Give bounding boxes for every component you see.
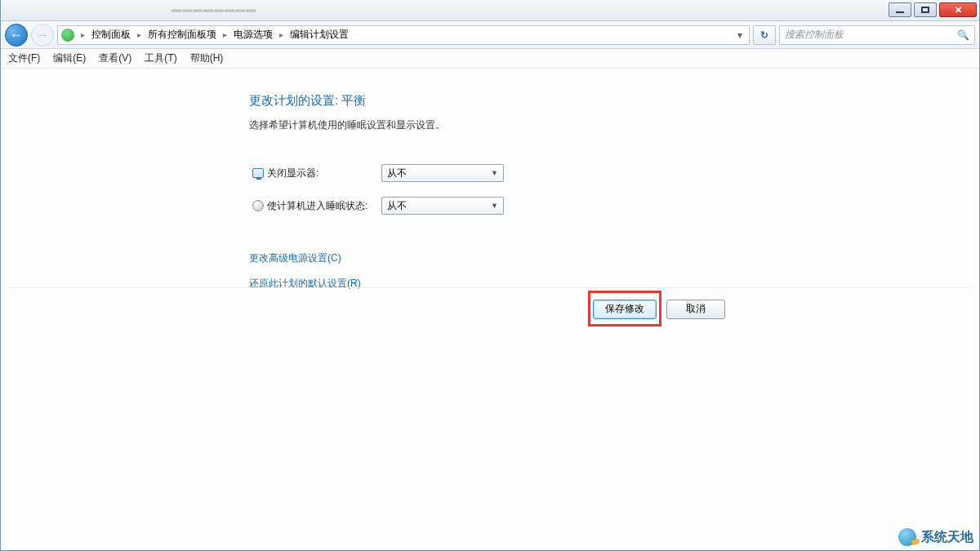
watermark-icon <box>898 528 916 546</box>
menubar: 文件(F) 编辑(E) 查看(V) 工具(T) 帮助(H) <box>0 49 980 69</box>
titlebar: ▬▬▬▬▬▬▬▬ ✕ <box>0 0 980 21</box>
monitor-icon <box>249 168 267 178</box>
search-placeholder: 搜索控制面板 <box>785 28 844 42</box>
chevron-down-icon: ▼ <box>491 169 498 177</box>
watermark: 系统天地 <box>898 528 973 546</box>
dropdown-turn-off-display[interactable]: 从不 ▼ <box>381 164 504 182</box>
chevron-right-icon: ▸ <box>278 30 285 39</box>
minimize-icon <box>896 11 904 13</box>
dropdown-value: 从不 <box>387 167 407 180</box>
breadcrumb-item[interactable]: 所有控制面板项 <box>148 28 216 42</box>
label-sleep: 使计算机进入睡眠状态: <box>267 199 381 213</box>
moon-icon <box>249 200 267 211</box>
navbar: ← → ▸ 控制面板 ▸ 所有控制面板项 ▸ 电源选项 ▸ 编辑计划设置 ▾ ↻… <box>0 21 980 49</box>
chevron-right-icon: ▸ <box>221 30 229 39</box>
menu-edit[interactable]: 编辑(E) <box>53 51 86 65</box>
save-button[interactable]: 保存修改 <box>593 300 657 319</box>
page-subtitle: 选择希望计算机使用的睡眠设置和显示设置。 <box>249 118 739 132</box>
dropdown-sleep[interactable]: 从不 ▼ <box>381 197 504 215</box>
chevron-right-icon: ▸ <box>136 30 143 39</box>
control-panel-icon <box>61 29 74 42</box>
chevron-down-icon: ▼ <box>491 202 498 210</box>
dropdown-value: 从不 <box>387 199 407 213</box>
button-bar: 保存修改 取消 <box>8 287 972 330</box>
maximize-icon <box>921 7 929 13</box>
minimize-button[interactable] <box>889 2 911 17</box>
menu-file[interactable]: 文件(F) <box>8 51 40 65</box>
menu-view[interactable]: 查看(V) <box>99 51 131 65</box>
links-section: 更改高级电源设置(C) 还原此计划的默认设置(R) <box>249 251 739 291</box>
breadcrumb-item[interactable]: 控制面板 <box>91 28 131 42</box>
refresh-button[interactable]: ↻ <box>753 25 776 45</box>
search-icon: 🔍 <box>957 29 969 41</box>
watermark-text: 系统天地 <box>921 529 973 546</box>
window-controls: ✕ <box>886 2 977 17</box>
content-inner: 更改计划的设置: 平衡 选择希望计算机使用的睡眠设置和显示设置。 关闭显示器: … <box>249 93 739 291</box>
row-turn-off-display: 关闭显示器: 从不 ▼ <box>249 157 739 189</box>
breadcrumb-item[interactable]: 编辑计划设置 <box>290 28 349 42</box>
search-input[interactable]: 搜索控制面板 🔍 <box>779 25 975 45</box>
refresh-icon: ↻ <box>760 29 768 41</box>
arrow-right-icon: → <box>36 28 49 42</box>
content-area: 更改计划的设置: 平衡 选择希望计算机使用的睡眠设置和显示设置。 关闭显示器: … <box>0 69 980 291</box>
label-turn-off-display: 关闭显示器: <box>267 167 381 180</box>
row-sleep: 使计算机进入睡眠状态: 从不 ▼ <box>249 189 739 222</box>
menu-tools[interactable]: 工具(T) <box>145 51 176 65</box>
nav-back-button[interactable]: ← <box>5 24 28 47</box>
chevron-right-icon: ▸ <box>79 30 87 39</box>
arrow-left-icon: ← <box>10 28 23 42</box>
breadcrumb-item[interactable]: 电源选项 <box>234 28 273 42</box>
maximize-button[interactable] <box>914 2 937 17</box>
titlebar-blur-text: ▬▬▬▬▬▬▬▬ <box>172 3 256 15</box>
address-bar[interactable]: ▸ 控制面板 ▸ 所有控制面板项 ▸ 电源选项 ▸ 编辑计划设置 ▾ <box>57 25 750 45</box>
page-title: 更改计划的设置: 平衡 <box>249 93 739 109</box>
cancel-button[interactable]: 取消 <box>666 300 725 319</box>
address-dropdown-icon[interactable]: ▾ <box>734 29 746 41</box>
menu-help[interactable]: 帮助(H) <box>190 51 224 65</box>
nav-forward-button[interactable]: → <box>31 24 54 47</box>
link-advanced-power-settings[interactable]: 更改高级电源设置(C) <box>249 251 739 265</box>
close-button[interactable]: ✕ <box>939 2 977 17</box>
